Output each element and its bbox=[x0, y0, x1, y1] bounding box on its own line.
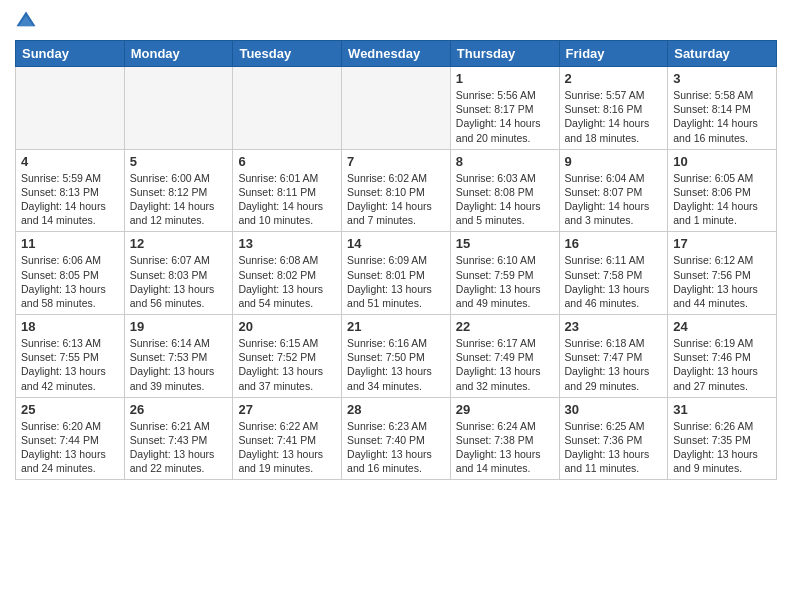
calendar-cell: 30Sunrise: 6:25 AM Sunset: 7:36 PM Dayli… bbox=[559, 397, 668, 480]
calendar-cell: 5Sunrise: 6:00 AM Sunset: 8:12 PM Daylig… bbox=[124, 149, 233, 232]
day-number: 19 bbox=[130, 319, 228, 334]
logo bbox=[15, 10, 41, 32]
day-number: 3 bbox=[673, 71, 771, 86]
cell-info: Sunrise: 6:03 AM Sunset: 8:08 PM Dayligh… bbox=[456, 171, 554, 228]
day-number: 31 bbox=[673, 402, 771, 417]
page: SundayMondayTuesdayWednesdayThursdayFrid… bbox=[0, 0, 792, 490]
calendar-table: SundayMondayTuesdayWednesdayThursdayFrid… bbox=[15, 40, 777, 480]
day-number: 2 bbox=[565, 71, 663, 86]
cell-info: Sunrise: 5:58 AM Sunset: 8:14 PM Dayligh… bbox=[673, 88, 771, 145]
calendar-cell: 28Sunrise: 6:23 AM Sunset: 7:40 PM Dayli… bbox=[342, 397, 451, 480]
calendar-cell: 16Sunrise: 6:11 AM Sunset: 7:58 PM Dayli… bbox=[559, 232, 668, 315]
day-number: 26 bbox=[130, 402, 228, 417]
day-number: 12 bbox=[130, 236, 228, 251]
cell-info: Sunrise: 6:26 AM Sunset: 7:35 PM Dayligh… bbox=[673, 419, 771, 476]
cell-info: Sunrise: 6:12 AM Sunset: 7:56 PM Dayligh… bbox=[673, 253, 771, 310]
day-header-thursday: Thursday bbox=[450, 41, 559, 67]
calendar-cell: 12Sunrise: 6:07 AM Sunset: 8:03 PM Dayli… bbox=[124, 232, 233, 315]
week-row-2: 4Sunrise: 5:59 AM Sunset: 8:13 PM Daylig… bbox=[16, 149, 777, 232]
cell-info: Sunrise: 5:57 AM Sunset: 8:16 PM Dayligh… bbox=[565, 88, 663, 145]
calendar-cell: 4Sunrise: 5:59 AM Sunset: 8:13 PM Daylig… bbox=[16, 149, 125, 232]
calendar-cell: 25Sunrise: 6:20 AM Sunset: 7:44 PM Dayli… bbox=[16, 397, 125, 480]
calendar-cell: 31Sunrise: 6:26 AM Sunset: 7:35 PM Dayli… bbox=[668, 397, 777, 480]
day-number: 28 bbox=[347, 402, 445, 417]
day-number: 13 bbox=[238, 236, 336, 251]
day-header-monday: Monday bbox=[124, 41, 233, 67]
cell-info: Sunrise: 5:56 AM Sunset: 8:17 PM Dayligh… bbox=[456, 88, 554, 145]
day-header-tuesday: Tuesday bbox=[233, 41, 342, 67]
day-number: 30 bbox=[565, 402, 663, 417]
day-number: 27 bbox=[238, 402, 336, 417]
day-header-wednesday: Wednesday bbox=[342, 41, 451, 67]
calendar-cell: 6Sunrise: 6:01 AM Sunset: 8:11 PM Daylig… bbox=[233, 149, 342, 232]
calendar-cell bbox=[342, 67, 451, 150]
cell-info: Sunrise: 6:21 AM Sunset: 7:43 PM Dayligh… bbox=[130, 419, 228, 476]
calendar-cell bbox=[233, 67, 342, 150]
cell-info: Sunrise: 6:19 AM Sunset: 7:46 PM Dayligh… bbox=[673, 336, 771, 393]
calendar-cell: 19Sunrise: 6:14 AM Sunset: 7:53 PM Dayli… bbox=[124, 315, 233, 398]
week-row-3: 11Sunrise: 6:06 AM Sunset: 8:05 PM Dayli… bbox=[16, 232, 777, 315]
day-number: 14 bbox=[347, 236, 445, 251]
calendar-cell: 13Sunrise: 6:08 AM Sunset: 8:02 PM Dayli… bbox=[233, 232, 342, 315]
calendar-cell: 8Sunrise: 6:03 AM Sunset: 8:08 PM Daylig… bbox=[450, 149, 559, 232]
calendar-cell: 15Sunrise: 6:10 AM Sunset: 7:59 PM Dayli… bbox=[450, 232, 559, 315]
day-header-friday: Friday bbox=[559, 41, 668, 67]
calendar-cell: 14Sunrise: 6:09 AM Sunset: 8:01 PM Dayli… bbox=[342, 232, 451, 315]
calendar-cell: 20Sunrise: 6:15 AM Sunset: 7:52 PM Dayli… bbox=[233, 315, 342, 398]
cell-info: Sunrise: 6:13 AM Sunset: 7:55 PM Dayligh… bbox=[21, 336, 119, 393]
day-number: 18 bbox=[21, 319, 119, 334]
cell-info: Sunrise: 6:08 AM Sunset: 8:02 PM Dayligh… bbox=[238, 253, 336, 310]
cell-info: Sunrise: 6:16 AM Sunset: 7:50 PM Dayligh… bbox=[347, 336, 445, 393]
cell-info: Sunrise: 6:01 AM Sunset: 8:11 PM Dayligh… bbox=[238, 171, 336, 228]
day-number: 5 bbox=[130, 154, 228, 169]
calendar-cell: 26Sunrise: 6:21 AM Sunset: 7:43 PM Dayli… bbox=[124, 397, 233, 480]
day-number: 23 bbox=[565, 319, 663, 334]
calendar-cell: 3Sunrise: 5:58 AM Sunset: 8:14 PM Daylig… bbox=[668, 67, 777, 150]
day-number: 4 bbox=[21, 154, 119, 169]
cell-info: Sunrise: 6:09 AM Sunset: 8:01 PM Dayligh… bbox=[347, 253, 445, 310]
calendar-cell: 22Sunrise: 6:17 AM Sunset: 7:49 PM Dayli… bbox=[450, 315, 559, 398]
calendar-cell: 24Sunrise: 6:19 AM Sunset: 7:46 PM Dayli… bbox=[668, 315, 777, 398]
day-number: 7 bbox=[347, 154, 445, 169]
cell-info: Sunrise: 6:02 AM Sunset: 8:10 PM Dayligh… bbox=[347, 171, 445, 228]
cell-info: Sunrise: 6:04 AM Sunset: 8:07 PM Dayligh… bbox=[565, 171, 663, 228]
calendar-cell: 2Sunrise: 5:57 AM Sunset: 8:16 PM Daylig… bbox=[559, 67, 668, 150]
day-header-sunday: Sunday bbox=[16, 41, 125, 67]
week-row-1: 1Sunrise: 5:56 AM Sunset: 8:17 PM Daylig… bbox=[16, 67, 777, 150]
cell-info: Sunrise: 6:14 AM Sunset: 7:53 PM Dayligh… bbox=[130, 336, 228, 393]
calendar-cell bbox=[124, 67, 233, 150]
calendar-cell: 10Sunrise: 6:05 AM Sunset: 8:06 PM Dayli… bbox=[668, 149, 777, 232]
day-number: 8 bbox=[456, 154, 554, 169]
cell-info: Sunrise: 6:07 AM Sunset: 8:03 PM Dayligh… bbox=[130, 253, 228, 310]
calendar-cell: 18Sunrise: 6:13 AM Sunset: 7:55 PM Dayli… bbox=[16, 315, 125, 398]
cell-info: Sunrise: 5:59 AM Sunset: 8:13 PM Dayligh… bbox=[21, 171, 119, 228]
header bbox=[15, 10, 777, 32]
day-number: 29 bbox=[456, 402, 554, 417]
calendar-cell bbox=[16, 67, 125, 150]
day-number: 10 bbox=[673, 154, 771, 169]
cell-info: Sunrise: 6:18 AM Sunset: 7:47 PM Dayligh… bbox=[565, 336, 663, 393]
cell-info: Sunrise: 6:24 AM Sunset: 7:38 PM Dayligh… bbox=[456, 419, 554, 476]
cell-info: Sunrise: 6:00 AM Sunset: 8:12 PM Dayligh… bbox=[130, 171, 228, 228]
calendar-cell: 29Sunrise: 6:24 AM Sunset: 7:38 PM Dayli… bbox=[450, 397, 559, 480]
day-number: 1 bbox=[456, 71, 554, 86]
cell-info: Sunrise: 6:15 AM Sunset: 7:52 PM Dayligh… bbox=[238, 336, 336, 393]
logo-icon bbox=[15, 10, 37, 32]
cell-info: Sunrise: 6:20 AM Sunset: 7:44 PM Dayligh… bbox=[21, 419, 119, 476]
cell-info: Sunrise: 6:22 AM Sunset: 7:41 PM Dayligh… bbox=[238, 419, 336, 476]
day-number: 17 bbox=[673, 236, 771, 251]
day-header-saturday: Saturday bbox=[668, 41, 777, 67]
day-number: 11 bbox=[21, 236, 119, 251]
calendar-cell: 23Sunrise: 6:18 AM Sunset: 7:47 PM Dayli… bbox=[559, 315, 668, 398]
day-number: 20 bbox=[238, 319, 336, 334]
calendar-cell: 11Sunrise: 6:06 AM Sunset: 8:05 PM Dayli… bbox=[16, 232, 125, 315]
day-number: 22 bbox=[456, 319, 554, 334]
week-row-4: 18Sunrise: 6:13 AM Sunset: 7:55 PM Dayli… bbox=[16, 315, 777, 398]
day-number: 21 bbox=[347, 319, 445, 334]
calendar-cell: 21Sunrise: 6:16 AM Sunset: 7:50 PM Dayli… bbox=[342, 315, 451, 398]
cell-info: Sunrise: 6:10 AM Sunset: 7:59 PM Dayligh… bbox=[456, 253, 554, 310]
cell-info: Sunrise: 6:06 AM Sunset: 8:05 PM Dayligh… bbox=[21, 253, 119, 310]
calendar-cell: 1Sunrise: 5:56 AM Sunset: 8:17 PM Daylig… bbox=[450, 67, 559, 150]
calendar-cell: 7Sunrise: 6:02 AM Sunset: 8:10 PM Daylig… bbox=[342, 149, 451, 232]
cell-info: Sunrise: 6:25 AM Sunset: 7:36 PM Dayligh… bbox=[565, 419, 663, 476]
